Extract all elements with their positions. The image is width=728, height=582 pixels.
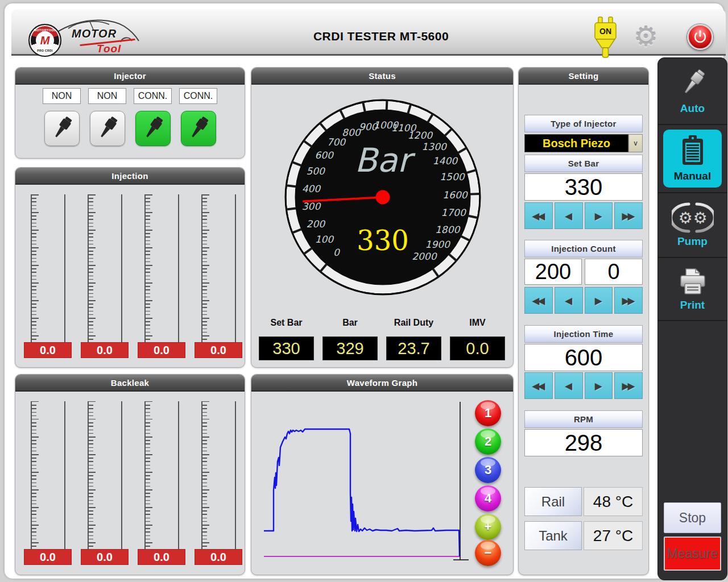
svg-text:300: 300 (302, 201, 322, 212)
waveform-zoom-out-button[interactable]: − (475, 540, 501, 566)
injector-type-dropdown[interactable]: Bosch Piezo (524, 134, 628, 152)
measure-slider-3: 0.0 (138, 194, 185, 360)
badge-bottom-text: PRO CRDI (30, 49, 60, 52)
svg-text:1400: 1400 (433, 155, 458, 167)
injection-time-value[interactable]: 600 (524, 344, 643, 371)
setting-panel: Setting Type of Injector Bosch Piezo v S… (518, 67, 649, 575)
stepper-back-button[interactable]: ◀ (555, 202, 583, 229)
readout-value-imv: 0.0 (450, 336, 505, 360)
readout-label-imv: IMV (450, 318, 505, 328)
svg-text:1500: 1500 (440, 171, 465, 182)
waveform-channel-1-button[interactable]: 1 (475, 400, 501, 426)
injection-panel: Injection 0.0 0.0 0.0 0.0 (15, 167, 245, 368)
slider-scale (88, 401, 89, 549)
svg-text:⚙: ⚙ (678, 209, 692, 227)
stepper-fast-back-button[interactable]: ◀◀ (524, 202, 553, 229)
waveform-channel-2-button[interactable]: 2 (475, 429, 501, 455)
sidebar-item-label: Auto (680, 102, 705, 115)
slider-scale (201, 194, 202, 342)
plug-on-label: ON (599, 27, 611, 36)
slider-track (178, 401, 179, 549)
waveform-zoom-in-button[interactable]: + (475, 514, 501, 540)
injection-time-label: Injection Time (524, 325, 643, 343)
pump-gears-icon: ⚙ ⚙ (672, 202, 714, 233)
slider-scale (88, 194, 89, 342)
measure-slider-1: 0.0 (24, 401, 72, 567)
stepper-fast-forward-button[interactable]: ▶▶ (614, 287, 643, 314)
injector-channel-2: NON (88, 88, 126, 146)
injector-2-button[interactable] (90, 111, 125, 146)
readout-values: 33032923.70.0 (259, 336, 507, 360)
injector-status-label: NON (88, 88, 126, 104)
injector-panel: Injector NON NON CONN. CONN. (15, 67, 245, 159)
app-title: CRDI TESTER MT-5600 (267, 30, 495, 43)
stepper-forward-button[interactable]: ▶ (585, 287, 613, 314)
mode-sidebar: Auto Manual ⚙ ⚙Pump (657, 57, 727, 580)
stepper-back-button[interactable]: ◀ (555, 372, 583, 399)
settings-gear-icon[interactable]: ⚙ (634, 20, 658, 52)
rail-temp-value: 48 °C (584, 487, 643, 516)
svg-text:⚙: ⚙ (693, 209, 707, 227)
sidebar-item-auto[interactable]: Auto (658, 58, 727, 125)
slider-track (121, 194, 122, 342)
injection-count-set-value[interactable]: 200 (524, 259, 582, 285)
slider-track (64, 401, 65, 549)
slider-scale (201, 401, 202, 549)
printer-icon (676, 267, 709, 297)
readout-value-set-bar: 330 (259, 336, 314, 360)
svg-text:1800: 1800 (435, 224, 461, 235)
slider-value: 0.0 (24, 342, 72, 358)
slider-scale (144, 194, 146, 342)
waveform-plot (251, 375, 514, 576)
usb-connection-icon[interactable]: ON (593, 16, 619, 60)
waveform-channel-3-button[interactable]: 3 (475, 457, 501, 483)
sidebar-item-print[interactable]: Print (658, 258, 727, 321)
svg-text:600: 600 (315, 149, 334, 161)
dropdown-arrow-button[interactable]: v (628, 134, 643, 152)
injection-time-steppers: ◀◀◀▶▶▶ (524, 372, 643, 399)
sidebar-item-manual[interactable]: Manual (658, 125, 727, 193)
power-button[interactable] (687, 24, 713, 50)
stepper-back-button[interactable]: ◀ (555, 287, 583, 314)
slider-value: 0.0 (81, 549, 129, 565)
measure-slider-2: 0.0 (81, 401, 129, 567)
stop-button[interactable]: Stop (664, 502, 721, 533)
injector-4-button[interactable] (181, 111, 216, 146)
injector-icon (185, 115, 212, 142)
slider-value: 0.0 (138, 342, 185, 358)
waveform-channel-4-button[interactable]: 4 (475, 485, 501, 512)
motortool-logo: MOTORTOOL M PRO CRDI MOTOR Tool (27, 16, 141, 56)
measure-slider-1: 0.0 (24, 194, 72, 360)
slider-track (235, 194, 236, 342)
pressure-gauge: 0100200300400500600700800900100011001200… (283, 98, 482, 297)
stepper-fast-back-button[interactable]: ◀◀ (524, 287, 553, 314)
svg-text:500: 500 (306, 165, 326, 177)
tank-temp-value: 27 °C (584, 521, 643, 550)
stepper-fast-forward-button[interactable]: ▶▶ (614, 372, 643, 399)
sidebar-item-label: Manual (674, 170, 711, 182)
svg-text:1900: 1900 (425, 239, 451, 250)
active-mode-highlight[interactable]: Manual (663, 130, 722, 188)
injector-1-button[interactable] (44, 111, 80, 146)
set-bar-label: Set Bar (524, 155, 643, 172)
stepper-fast-forward-button[interactable]: ▶▶ (614, 202, 643, 229)
injector-status-label: CONN. (179, 88, 217, 104)
measure-slider-2: 0.0 (81, 194, 129, 360)
slider-track (178, 194, 179, 342)
set-bar-value[interactable]: 330 (524, 173, 643, 201)
injector-icon (94, 115, 121, 142)
slider-track (64, 194, 65, 342)
readout-value-rail-duty: 23.7 (386, 336, 441, 360)
measure-button[interactable]: Measure (664, 537, 721, 571)
slider-track (121, 401, 122, 549)
sidebar-spacer (658, 321, 727, 502)
sidebar-item-pump[interactable]: ⚙ ⚙Pump (658, 193, 727, 258)
readout-value-bar: 329 (322, 336, 378, 360)
injector-status-label: NON (43, 88, 81, 104)
stepper-fast-back-button[interactable]: ◀◀ (524, 372, 553, 399)
injection-count-label: Injection Count (524, 240, 643, 257)
stepper-forward-button[interactable]: ▶ (585, 372, 613, 399)
stepper-forward-button[interactable]: ▶ (585, 202, 613, 229)
setting-panel-title: Setting (519, 68, 648, 85)
injector-3-button[interactable] (135, 111, 171, 146)
